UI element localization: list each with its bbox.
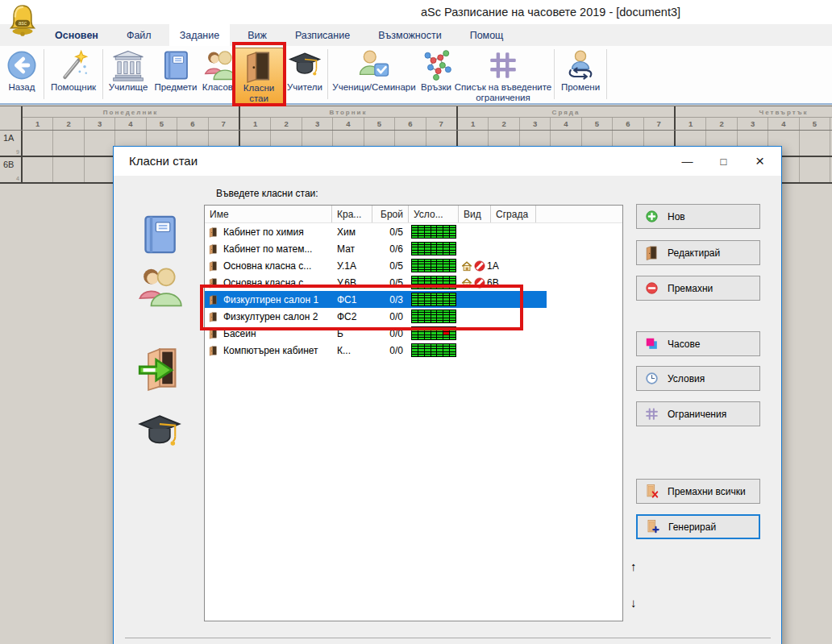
conditions-grid[interactable]	[411, 310, 456, 323]
timetable-cell[interactable]	[800, 131, 830, 156]
timetable-cell[interactable]	[23, 157, 53, 182]
classroom-row[interactable]: Физкултирен салон 1ФС10/3	[205, 291, 547, 308]
lessons-button[interactable]: Часове	[636, 331, 760, 356]
menu-tab-Основен[interactable]: Основен	[44, 24, 109, 46]
toolbar-separator	[44, 49, 44, 99]
menu-tab-Задание[interactable]: Задание	[169, 24, 231, 46]
constraints-button[interactable]: Ограничения	[636, 401, 760, 426]
period-header: 6	[613, 118, 643, 130]
classroom-row[interactable]: БасейнБ0/0	[205, 325, 547, 342]
menu-tab-Файл[interactable]: Файл	[116, 24, 162, 46]
condition-cell	[431, 310, 437, 312]
column-header[interactable]: Усло...	[409, 206, 459, 222]
timetable-cell[interactable]	[800, 157, 830, 182]
toolbar-button-wizard[interactable]: Помощник	[46, 48, 101, 102]
sidebar-icon-classrooms[interactable]	[137, 346, 182, 391]
condition-cell	[431, 355, 437, 356]
remove-button[interactable]: Премахни	[636, 276, 760, 301]
condition-cell	[437, 347, 443, 348]
classroom-row[interactable]: Компютърен кабинетК...0/0	[205, 342, 547, 359]
timetable-cell[interactable]	[53, 157, 84, 182]
toolbar-button-teachers[interactable]: Учители	[284, 48, 326, 102]
conditions-grid[interactable]	[411, 293, 456, 306]
menu-tab-Виж[interactable]: Виж	[237, 24, 277, 46]
room-name-cell: Основна класна с...	[205, 260, 332, 272]
condition-cell	[437, 236, 443, 238]
classrooms-list[interactable]: ИмеКра...БройУсло...ВидСграда Кабинет по…	[204, 205, 623, 621]
condition-cell	[450, 281, 456, 283]
toolbar-button-subjects[interactable]: Предмети	[152, 48, 200, 102]
menu-tab-Помощ[interactable]: Помощ	[460, 24, 514, 46]
condition-cell	[443, 313, 449, 314]
class-row-label[interactable]: 1A9	[0, 131, 23, 156]
condition-cell	[437, 330, 443, 331]
row-badge: 9	[16, 149, 19, 155]
toolbar-button-back[interactable]: Назад	[2, 48, 42, 102]
toolbar-button-links[interactable]: Връзки	[418, 48, 454, 102]
toolbar-button-classrooms[interactable]: Класни стаи	[234, 48, 284, 105]
sidebar-icon-teachers[interactable]	[137, 409, 182, 455]
condition-cell	[443, 270, 449, 272]
condition-cell	[443, 281, 449, 283]
menu-tab-Разписание[interactable]: Разписание	[285, 24, 360, 46]
classrooms-dialog: Класни стаи —□× Въведете класни стаи: Им…	[113, 146, 782, 644]
conditions-grid[interactable]	[411, 326, 456, 340]
toolbar-button-constraints-list[interactable]: Списък на въведените ограничения	[454, 48, 552, 102]
timetable-cell[interactable]	[85, 157, 115, 182]
column-header[interactable]: Вид	[459, 206, 491, 222]
conditions-grid[interactable]	[411, 242, 456, 256]
book-icon	[159, 48, 193, 82]
toolbar-button-label: Предмети	[154, 82, 197, 93]
generate-button[interactable]: Генерирай	[636, 514, 760, 539]
scroll-up-arrow[interactable]: ↑	[630, 559, 637, 573]
classroom-row[interactable]: Основна класна с...У.6В0/56B	[205, 274, 547, 291]
scroll-down-arrow[interactable]: ↓	[630, 596, 637, 609]
close-button[interactable]: ×	[742, 147, 778, 176]
sidebar-icon-subjects[interactable]	[137, 212, 182, 257]
period-row: 1234567	[458, 118, 674, 130]
condition-cell	[418, 296, 424, 297]
timetable-cell[interactable]	[23, 131, 53, 156]
asc-logo-icon[interactable]	[6, 2, 39, 39]
maximize-button[interactable]: □	[705, 147, 742, 176]
sidebar-icon-classes[interactable]	[137, 264, 182, 310]
condition-cell	[431, 347, 437, 348]
menu-bar: ОсновенФайлЗаданиеВижРазписаниеВъзможнос…	[0, 24, 832, 46]
column-header[interactable]: Брой	[372, 206, 409, 222]
condition-cell	[437, 264, 443, 266]
condition-cell	[425, 335, 431, 337]
edit-button[interactable]: Редактирай	[636, 240, 760, 265]
classroom-row[interactable]: Кабинет по матем...Мат0/6	[205, 240, 547, 257]
student-check-icon	[357, 48, 391, 82]
condition-cell	[437, 310, 443, 312]
conditions-grid[interactable]	[411, 225, 456, 239]
classroom-row[interactable]: Основна класна с...У.1А0/51A	[205, 257, 547, 274]
toolbar-button-students[interactable]: Ученици/Семинари	[330, 48, 418, 102]
condition-cell	[450, 245, 456, 247]
period-row: 1234567	[676, 118, 832, 130]
column-header[interactable]: Кра...	[332, 206, 372, 222]
day-name: Понеделник	[23, 106, 239, 118]
timetable-cell[interactable]	[53, 131, 84, 156]
new-button[interactable]: Нов	[636, 204, 760, 229]
conditions-button[interactable]: Условия	[636, 366, 760, 391]
toolbar-separator	[102, 49, 103, 99]
menu-tab-Възможности[interactable]: Възможности	[368, 24, 451, 46]
column-header[interactable]: Сграда	[491, 206, 536, 222]
timetable-cell[interactable]	[85, 131, 115, 156]
open-door-icon	[644, 245, 659, 260]
conditions-grid[interactable]	[411, 343, 456, 357]
column-header[interactable]: Име	[205, 206, 332, 222]
class-row-label[interactable]: 6B4	[0, 157, 23, 182]
toolbar-button-school[interactable]: Училище	[105, 48, 152, 102]
minimize-button[interactable]: —	[669, 147, 705, 176]
classroom-row[interactable]: Физкултурен салон 2ФС20/0	[205, 308, 547, 325]
conditions-grid[interactable]	[411, 276, 456, 289]
room-conditions-cell	[409, 276, 459, 289]
condition-cell	[450, 264, 456, 266]
toolbar-button-changes[interactable]: Промени	[556, 48, 605, 102]
dialog-titlebar[interactable]: Класни стаи —□×	[114, 147, 781, 176]
remove-all-button[interactable]: Премахни всички	[636, 479, 760, 504]
conditions-grid[interactable]	[411, 259, 456, 272]
classroom-row[interactable]: Кабинет по химияХим0/5	[205, 223, 547, 240]
